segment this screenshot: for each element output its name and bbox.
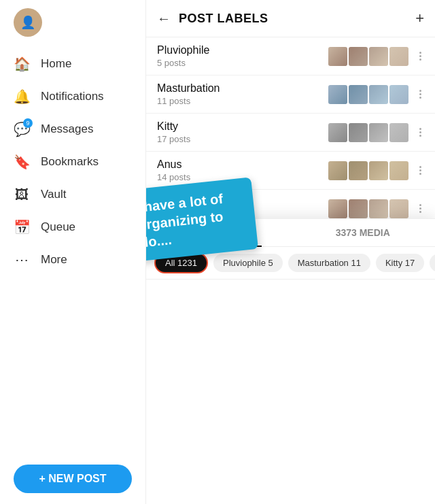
label-menu-icon[interactable] <box>417 87 424 101</box>
bookmark-icon: 🔖 <box>14 154 30 170</box>
thumbnail <box>349 199 368 218</box>
label-thumbnails <box>328 199 408 218</box>
sidebar-item-more[interactable]: ⋯ More <box>0 243 145 276</box>
tab-media[interactable]: 3373 MEDIA <box>291 219 436 246</box>
thumbnail <box>369 199 388 218</box>
sidebar-item-messages[interactable]: 💬 9 Messages <box>0 113 145 146</box>
more-icon: ⋯ <box>14 252 30 268</box>
sidebar-item-bookmarks[interactable]: 🔖 Bookmarks <box>0 146 145 178</box>
label-menu-icon[interactable] <box>417 125 424 139</box>
label-menu-icon[interactable] <box>417 163 424 178</box>
filter-chip-pluviophile[interactable]: Pluviophile 5 <box>213 254 283 272</box>
back-button[interactable]: ← <box>157 11 171 27</box>
label-thumbnails <box>328 85 408 104</box>
sidebar-item-notifications[interactable]: 🔔 Notifications <box>0 80 145 113</box>
sidebar-label-messages: Messages <box>41 122 93 136</box>
thumbnail <box>389 161 408 180</box>
sidebar-item-vault[interactable]: 🖼 Vault <box>0 178 145 211</box>
sidebar-label-more: More <box>41 253 67 267</box>
thumbnail <box>369 47 388 66</box>
home-icon: 🏠 <box>14 56 30 72</box>
label-item[interactable]: Pluviophile5 posts <box>146 37 435 75</box>
label-name: Anus <box>157 158 320 171</box>
bell-icon: 🔔 <box>14 88 30 105</box>
thumbnail <box>349 123 368 142</box>
thumbnail <box>328 85 347 104</box>
label-name: Kitty <box>157 120 320 133</box>
thumbnail <box>349 161 368 180</box>
label-thumbnails <box>328 47 408 66</box>
thumbnail <box>389 123 408 142</box>
sidebar-label-queue: Queue <box>41 220 75 234</box>
thumbnail <box>369 85 388 104</box>
thumbnail <box>328 47 347 66</box>
label-name: Masturbation <box>157 82 320 95</box>
sidebar-label-bookmarks: Bookmarks <box>41 155 99 169</box>
sidebar-item-home[interactable]: 🏠 Home <box>0 48 145 80</box>
page-header: ← POST LABELS + <box>146 0 435 37</box>
sidebar-label-home: Home <box>41 57 71 71</box>
thumbnail <box>369 123 388 142</box>
label-count: 5 posts <box>157 58 320 68</box>
thumbnail <box>349 85 368 104</box>
posts-panel: 1231 POSTS 3373 MEDIA All 1231Pluviophil… <box>146 218 435 504</box>
annotation-bubble: I have a lot of organizing to do.... <box>146 177 258 262</box>
sidebar-label-notifications: Notifications <box>41 90 104 103</box>
main-panel: ← POST LABELS + Pluviophile5 postsMastur… <box>146 0 435 504</box>
new-post-label: + NEW POST <box>39 473 106 485</box>
label-count: 17 posts <box>157 134 320 144</box>
label-thumbnails <box>328 161 408 180</box>
sidebar-label-vault: Vault <box>41 188 67 201</box>
label-count: 11 posts <box>157 96 320 106</box>
queue-icon: 📅 <box>14 219 30 235</box>
thumbnail <box>389 47 408 66</box>
sidebar: 👤 🏠 Home 🔔 Notifications 💬 9 Messages 🔖 … <box>0 0 146 504</box>
label-item[interactable]: Masturbation11 posts <box>146 75 435 114</box>
thumbnail <box>328 123 347 142</box>
filter-chip-anus[interactable]: Anus 14 <box>430 254 435 272</box>
thumbnail <box>369 161 388 180</box>
thumbnail <box>349 47 368 66</box>
thumbnail <box>328 199 347 218</box>
thumbnail <box>328 161 347 180</box>
label-name: Pluviophile <box>157 44 320 56</box>
messages-icon: 💬 9 <box>14 121 30 137</box>
thumbnail <box>389 85 408 104</box>
vault-icon: 🖼 <box>14 186 30 203</box>
page-title: POST LABELS <box>179 12 407 26</box>
avatar[interactable]: 👤 <box>14 8 42 37</box>
messages-badge: 9 <box>23 118 33 128</box>
thumbnail <box>389 199 408 218</box>
new-post-button[interactable]: + NEW POST <box>14 465 132 493</box>
filter-chip-masturbation[interactable]: Masturbation 11 <box>288 254 370 272</box>
label-item[interactable]: Kitty17 posts <box>146 114 435 152</box>
sidebar-item-queue[interactable]: 📅 Queue <box>0 211 145 243</box>
label-menu-icon[interactable] <box>417 201 424 216</box>
label-menu-icon[interactable] <box>417 49 424 63</box>
panel-posts-content <box>146 280 435 500</box>
filter-chip-kitty[interactable]: Kitty 17 <box>376 254 424 272</box>
add-label-button[interactable]: + <box>415 10 424 27</box>
label-thumbnails <box>328 123 408 142</box>
